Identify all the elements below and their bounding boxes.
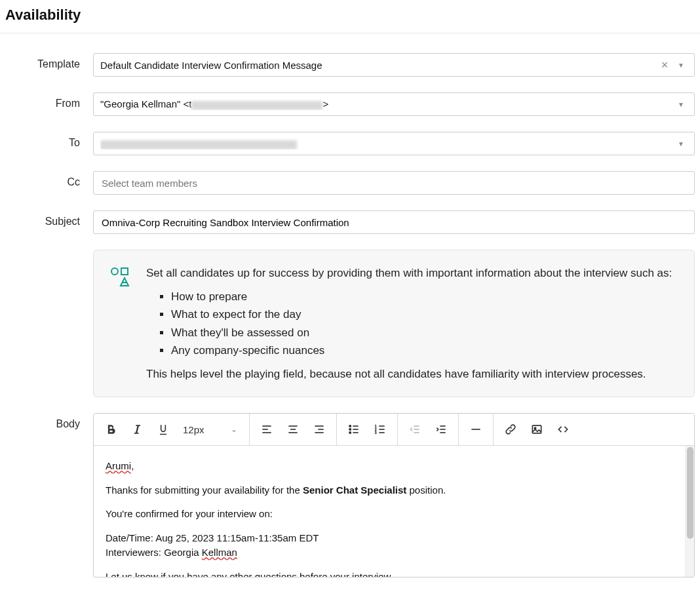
info-content: Set all candidates up for success by pro…: [146, 265, 678, 382]
from-selected-text: "Georgia Kellman" <t>: [100, 98, 674, 109]
cc-label: Cc: [5, 171, 93, 188]
code-view-button[interactable]: [550, 416, 576, 442]
svg-point-12: [349, 429, 351, 431]
chevron-down-icon: ▼: [674, 140, 688, 147]
chevron-down-icon: ⌄: [231, 425, 237, 434]
subject-label: Subject: [5, 210, 93, 227]
editor-toolbar: 12px ⌄: [94, 414, 694, 446]
body-greeting-comma: ,: [131, 460, 134, 471]
body-footer-line: Let us know if you have any other questi…: [106, 570, 673, 578]
svg-rect-30: [532, 425, 541, 433]
editor-scrollbar[interactable]: [685, 446, 694, 577]
body-datetime-line: Date/Time: Aug 25, 2023 11:15am-11:35am …: [106, 531, 673, 546]
body-interviewers-last: Kellman: [202, 547, 237, 558]
font-size-value: 12px: [183, 424, 204, 435]
from-suffix: >: [322, 98, 328, 109]
info-box: Set all candidates up for success by pro…: [93, 250, 695, 397]
from-prefix: "Georgia Kellman" <t: [100, 98, 191, 109]
scroll-thumb[interactable]: [687, 447, 693, 539]
to-label: To: [5, 132, 93, 149]
body-thanks-post: position.: [406, 484, 446, 496]
svg-text:3: 3: [374, 431, 376, 435]
svg-point-11: [349, 425, 351, 427]
info-bullet: What to expect for the day: [171, 306, 678, 323]
bullet-list-button[interactable]: [341, 416, 367, 442]
subject-input[interactable]: [100, 216, 688, 229]
email-form: Template Default Candidate Interview Con…: [0, 33, 700, 578]
template-select[interactable]: Default Candidate Interview Confirmation…: [93, 53, 695, 77]
template-label: Template: [5, 53, 93, 70]
info-bullets: How to prepare What to expect for the da…: [146, 288, 678, 359]
bold-button[interactable]: [98, 416, 124, 442]
underline-button[interactable]: [150, 416, 176, 442]
info-bullet: How to prepare: [171, 288, 678, 305]
numbered-list-button[interactable]: 123: [367, 416, 393, 442]
info-bullet: Any company-specific nuances: [171, 342, 678, 359]
align-center-button[interactable]: [280, 416, 306, 442]
body-greeting-name: Arumi: [106, 460, 131, 471]
image-button[interactable]: [524, 416, 550, 442]
svg-point-0: [111, 268, 118, 275]
subject-input-wrap[interactable]: [93, 210, 695, 234]
body-interviewers-pre: Interviewers: Georgia: [106, 547, 202, 558]
body-position: Senior Chat Specialist: [303, 484, 406, 496]
template-selected-text: Default Candidate Interview Confirmation…: [100, 60, 655, 71]
redacted-to-email: [100, 140, 297, 149]
to-select[interactable]: ▼: [93, 132, 695, 155]
info-bullet: What they'll be assessed on: [171, 324, 678, 342]
align-left-button[interactable]: [254, 416, 280, 442]
redacted-from-domain: [191, 101, 322, 110]
horizontal-rule-button[interactable]: [463, 416, 489, 442]
body-thanks-pre: Thanks for submitting your availability …: [106, 484, 303, 496]
outdent-button[interactable]: [402, 416, 428, 442]
from-select[interactable]: "Georgia Kellman" <t> ▼: [93, 92, 695, 116]
align-right-button[interactable]: [306, 416, 332, 442]
chevron-down-icon: ▼: [674, 101, 688, 108]
svg-point-13: [349, 432, 351, 434]
body-confirm-line: You're confirmed for your interview on:: [106, 507, 673, 522]
indent-button[interactable]: [428, 416, 454, 442]
editor-body[interactable]: Arumi, Thanks for submitting your availa…: [94, 446, 685, 577]
italic-button[interactable]: [124, 416, 150, 442]
font-size-select[interactable]: 12px ⌄: [176, 416, 245, 442]
template-clear-icon[interactable]: ×: [655, 58, 674, 72]
svg-rect-1: [121, 268, 128, 275]
info-spacer: [5, 250, 93, 255]
to-selected-text: [100, 138, 674, 149]
link-button[interactable]: [497, 416, 524, 442]
from-label: From: [5, 92, 93, 109]
rich-text-editor: 12px ⌄: [93, 413, 695, 578]
cc-input-wrap[interactable]: [93, 171, 695, 195]
shapes-icon: [109, 265, 132, 382]
info-intro: Set all candidates up for success by pro…: [146, 265, 678, 282]
cc-input[interactable]: [100, 177, 688, 189]
body-label: Body: [5, 413, 93, 430]
page-title: Availability: [0, 0, 700, 33]
info-outro: This helps level the playing field, beca…: [146, 366, 678, 383]
chevron-down-icon: ▼: [674, 62, 688, 69]
